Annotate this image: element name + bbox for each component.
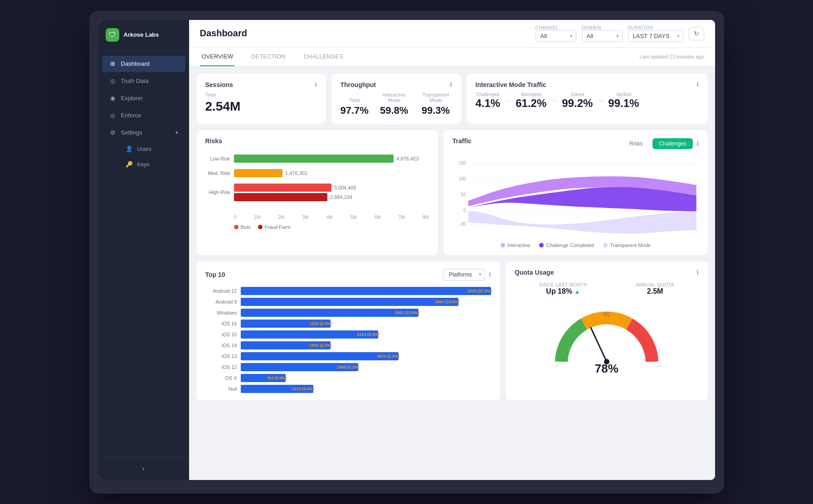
interactive-mode-info-icon[interactable]: ℹ [696,81,699,88]
axis-0: 0 [234,215,237,220]
top10-badge: 1502 (2.2%) [309,343,331,348]
header-filters: CHANNEL All DOMAIN All [536,25,704,42]
top10-bar-wrap: 4228 (27.8%) [241,287,492,295]
transparent-mode-label: Transparent Mode [610,242,650,248]
top10-item-label: Android 12 [205,288,237,294]
high-risk-bot-bar-wrap: 3,004,405 [234,184,429,192]
sidebar-sub-nav: 👤 Users 🔑 Keys [98,142,189,172]
refresh-button[interactable]: ↻ [689,27,704,40]
list-item: iOS 15 2313 (2.3%) [205,330,492,339]
top10-bar: 1999 (3.2%) [241,363,359,371]
domain-filter: DOMAIN All [582,25,623,42]
axis-1m: 1M [254,215,260,220]
since-last-month-value: Up 18% ▲ [539,287,587,296]
sessions-info-icon[interactable]: ℹ [315,81,317,88]
domain-select[interactable]: All [582,30,623,42]
sidebar-nav: ⊞ Dashboard ◎ Truth Data ◉ Explorer ◎ En… [98,50,189,457]
domain-select-wrap: All [582,30,623,42]
fraud-legend: Fraud Farm [258,224,291,230]
logo-text: Arkose Labs [124,31,159,38]
settings-icon: ⚙ [109,129,117,136]
top10-bar-wrap: 764 (0.9%) [241,374,492,382]
traffic-info-icon[interactable]: ℹ [696,140,699,147]
svg-text:50: 50 [604,311,610,318]
throughput-total-value: 97.7% [341,105,369,116]
throughput-transparent-value: 99.3% [419,105,452,116]
channel-select[interactable]: All [536,30,576,42]
quota-annual: ANNUAL QUOTA 2.5M [636,282,674,296]
challenged-label: Challenged [476,92,501,97]
top10-item-label: iOS 13 [205,354,237,359]
med-risk-value: 1,476,302 [285,170,307,176]
list-item: Null 1213 (4.4%) [205,385,492,393]
toggle-risks-button[interactable]: Risks [623,138,649,149]
sidebar-item-truth-data[interactable]: ◎ Truth Data [102,73,185,89]
top10-bars: Android 12 4228 (27.8%) Android 9 [205,287,492,393]
sidebar-item-users[interactable]: 👤 Users [120,142,185,156]
risks-card: Risks Low Risk 4,876,423 [196,130,438,255]
sidebar-item-label: Dashboard [121,60,150,67]
top10-badge: 3683 (23.8%) [435,300,459,304]
top10-badge: 4228 (27.8%) [467,289,492,293]
svg-text:0: 0 [555,365,558,366]
sidebar-collapse-button[interactable]: ‹ [98,457,189,480]
tab-overview[interactable]: OVERVIEW [200,48,235,66]
top10-item-label: iOS 12 [205,364,237,370]
metrics-row: Sessions ℹ Total 2.54M Throughput ℹ [196,74,708,124]
header: Dashboard CHANNEL All DOMAIN [189,20,715,48]
top10-bar: 1502 (2.2%) [241,341,331,349]
svg-text:-50: -50 [459,221,466,226]
top10-badge: 2670 (2.8%) [377,354,399,359]
risk-chart: Low Risk 4,876,423 Med. Ri [205,150,429,212]
throughput-total: Total 97.7% [341,97,369,116]
axis-4m: 4M [326,215,333,220]
sidebar-item-enforce[interactable]: ◎ Enforce [102,107,185,124]
tab-challenges[interactable]: CHALLENGES [302,48,345,66]
tab-detection[interactable]: DETECTION [249,48,287,66]
sidebar-item-dashboard[interactable]: ⊞ Dashboard [102,56,185,72]
throughput-transparent-label: Transparent Mode [419,92,452,103]
gauge-svg: 0 50 100 [548,303,666,366]
sidebar-item-label: Settings [121,129,142,136]
axis-3m: 3M [302,215,308,220]
top10-bar-wrap: 1520 (2.3%) [241,320,492,328]
duration-select[interactable]: LAST 7 DAYS [628,30,683,42]
laptop-frame: 🛡 Arkose Labs ⊞ Dashboard ◎ Truth Data ◉… [89,11,724,494]
verified-metric: Verified 99.1% [608,92,639,110]
quota-since-last-month: SINCE LAST MONTH Up 18% ▲ [539,282,587,296]
bots-legend: Bots [234,224,251,230]
page-title: Dashboard [200,28,247,39]
channel-label: CHANNEL [536,25,576,30]
sessions-title: Sessions [205,81,233,88]
sidebar-item-keys[interactable]: 🔑 Keys [120,157,185,172]
interactive-mode-card: Interactive Mode Traffic ℹ Challenged 4.… [467,74,708,124]
since-last-month-text: Up 18% [546,287,572,295]
platform-select[interactable]: Platforms [443,269,485,281]
annual-quota-value: 2.5M [636,287,674,296]
toggle-challenges-button[interactable]: Challenges [652,138,692,149]
sidebar-item-label: Users [137,146,151,152]
top10-bar: 764 (0.9%) [241,374,286,382]
fraud-dot [258,225,263,229]
fraud-label: Fraud Farm [265,224,291,230]
sessions-total-label: Total [205,92,317,97]
throughput-interactive-value: 59.8% [380,105,409,116]
interactive-legend-dot [501,243,505,247]
svg-text:100: 100 [653,365,662,366]
throughput-interactive: Interactive Mode 59.8% [380,92,409,116]
top10-card: Top 10 Platforms ℹ [196,262,501,400]
list-item: iOS 16 1520 (2.3%) [205,320,492,328]
axis-2m: 2M [278,215,284,220]
high-risk-fraud-bar [234,193,328,201]
top10-item-label: iOS 15 [205,332,237,337]
top10-bar: 2313 (2.3%) [241,330,379,339]
solved-label: Solved [562,92,593,97]
throughput-info-icon[interactable]: ℹ [450,81,452,88]
sidebar-item-settings[interactable]: ⚙ Settings ▾ [102,125,185,141]
throughput-interactive-label: Interactive Mode [380,92,409,103]
quota-info-icon[interactable]: ℹ [696,269,699,276]
sidebar-item-explorer[interactable]: ◉ Explorer [102,90,185,107]
top10-info-icon[interactable]: ℹ [489,271,491,278]
dashboard-body: Sessions ℹ Total 2.54M Throughput ℹ [189,67,715,480]
up-arrow-icon: ▲ [574,288,580,295]
